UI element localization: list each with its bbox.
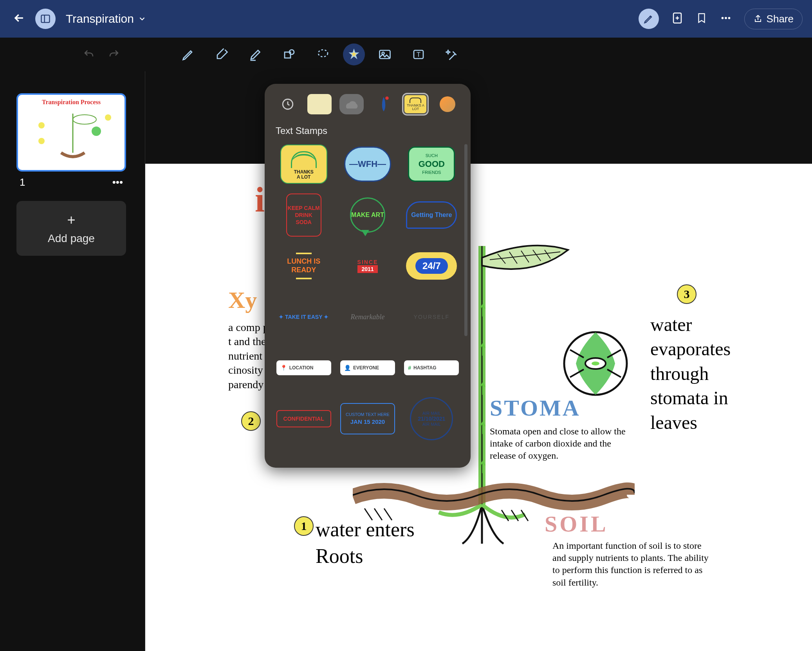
sticker-since-2011[interactable]: SINCE2011 [338,244,397,288]
svg-point-18 [73,115,96,124]
text-tool[interactable]: T [405,43,432,66]
stoma-drawing [560,328,631,399]
svg-line-32 [502,510,509,521]
header-right: Share [639,9,803,29]
page-thumbnail-1[interactable]: Transpiration Process [16,93,126,172]
pen-tool[interactable] [175,43,202,66]
add-page-button[interactable]: + Add page [16,201,126,256]
chevron-down-icon [138,14,146,23]
svg-point-6 [725,17,727,19]
stickers-popover: THANKS A LOT Text Stamps THANKS A LOT — … [265,84,471,468]
header-left: Transpiration [9,8,146,29]
more-options-button[interactable] [719,11,733,26]
sticker-yourself[interactable]: YOURSELF [402,295,461,338]
add-page-label: Add page [48,232,95,245]
share-button[interactable]: Share [744,9,803,29]
svg-text:T: T [417,51,420,58]
tab-sticky-notes[interactable] [307,94,332,114]
sticker-confidential[interactable]: CONFIDENTIAL [274,397,333,440]
sticker-thanks-a-lot[interactable]: THANKS A LOT [274,143,333,186]
edit-mode-button[interactable] [639,9,659,29]
popover-caret [362,84,376,85]
tab-thought-bubbles[interactable] [339,94,364,114]
svg-marker-12 [350,50,358,58]
document-title: Transpiration [66,12,134,25]
redo-button[interactable] [107,49,121,60]
sticker-good-friends[interactable]: SUCHGOODFRIENDS [402,143,461,186]
shape-tool[interactable] [276,43,303,66]
stickers-grid: THANKS A LOT — WFH — SUCHGOODFRIENDS KEE… [265,143,471,456]
tab-pen-stickers[interactable] [372,94,396,114]
svg-point-37 [592,362,599,365]
step3-note: water evaporates through stomata in leav… [650,313,752,435]
sticker-remarkable[interactable]: Remarkable [338,295,397,338]
svg-point-19 [92,127,101,136]
back-button[interactable] [9,8,29,29]
thumb-sketch [18,106,126,168]
pages-panel: Transpiration Process 1 ••• + Add page [16,93,126,256]
step1-note: water enters Roots [316,516,433,569]
add-document-button[interactable] [671,11,684,26]
step-badge-2: 2 [241,411,261,431]
sticker-24-7[interactable]: 24/7 [402,244,461,288]
svg-point-43 [385,96,389,100]
svg-rect-0 [42,15,50,23]
step-badge-3: 3 [677,284,697,304]
share-label: Share [767,13,794,25]
sticker-category-tabs: THANKS A LOT [265,84,471,121]
stickers-tool[interactable] [343,43,365,65]
svg-line-34 [521,510,528,521]
note-canvas[interactable]: ion Process Xy a comp plants t and the n… [145,164,812,651]
undo-button[interactable] [82,49,96,60]
step-badge-1: 1 [294,516,314,536]
stoma-heading: STOMA [490,395,581,421]
highlighter-tool[interactable] [242,43,269,66]
sticker-getting-there[interactable]: Getting There [402,193,461,237]
page-number: 1 [20,176,25,188]
history-controls [82,49,121,60]
svg-line-33 [511,510,518,521]
sticker-keep-calm[interactable]: KEEP CALM DRINK SODA [274,193,333,237]
bookmark-button[interactable] [696,11,707,26]
popover-scrollbar[interactable] [464,144,467,336]
stoma-note: Stomata open and close to allow the inta… [490,425,631,462]
canvas-area: ion Process Xy a comp plants t and the n… [145,71,812,651]
lasso-tool[interactable] [309,43,337,66]
sticker-make-art[interactable]: MAKE ART [338,193,397,237]
sticker-sign-here[interactable]: SIGN HERE [274,448,333,456]
sticker-take-it-easy[interactable]: ✦ TAKE IT EASY ✦ [274,295,333,338]
sticker-everyone[interactable]: 👤EVERYONE [338,346,397,389]
xylem-heading: Xy [228,287,257,314]
soil-heading: SOIL [545,511,608,537]
tab-planets[interactable] [435,94,460,114]
editor-toolbar: T [0,38,812,71]
plus-icon: + [67,212,75,228]
sticker-location[interactable]: 📍LOCATION [274,346,333,389]
share-icon [753,14,763,24]
sticker-wfh[interactable]: — WFH — [338,143,397,186]
soil-note: An important function of soil is to stor… [552,540,709,589]
sticker-lunch-ready[interactable]: LUNCH IS READY [274,244,333,288]
pages-panel-toggle[interactable] [35,9,56,29]
svg-point-21 [38,138,45,144]
tab-recent[interactable] [276,94,300,114]
svg-point-22 [105,114,111,121]
popover-section-title: Text Stamps [265,121,471,143]
effects-tool[interactable] [438,43,466,66]
svg-point-7 [728,17,730,19]
sticker-hashtag[interactable]: #HASHTAG [402,346,461,389]
sticker-air-mail[interactable]: AIR MAIL21/10/2021AIR MAIL [402,397,461,440]
page-meta: 1 ••• [16,176,126,188]
page-more-button[interactable]: ••• [112,176,123,188]
thumb-title: Transpiration Process [18,95,125,106]
svg-point-20 [38,122,45,128]
tab-text-stamps[interactable]: THANKS A LOT [403,94,428,114]
document-title-dropdown[interactable]: Transpiration [66,12,146,25]
image-tool[interactable] [371,43,399,66]
sticker-custom-date[interactable]: CUSTOM TEXT HEREJAN 15 2020 [338,397,397,440]
app-header: Transpiration Share [0,0,812,38]
eraser-tool[interactable] [208,43,236,66]
svg-point-5 [721,17,724,19]
svg-point-11 [318,50,328,57]
